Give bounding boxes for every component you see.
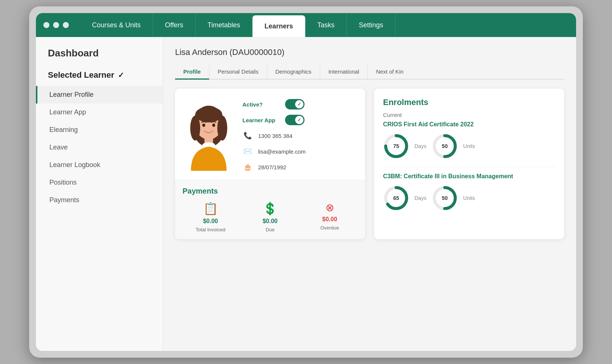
payments-title: Payments [183, 187, 358, 195]
profile-tabs: Profile Personal Details Demographics In… [175, 65, 564, 80]
svg-point-2 [195, 107, 222, 123]
title-bar: Courses & Units Offers Timetables Learne… [36, 13, 576, 37]
birthday-icon: 🎂 [242, 162, 253, 172]
svg-point-3 [190, 115, 200, 141]
enrolments-title: Enrolments [383, 98, 555, 107]
main-content: Dashboard Selected Learner ✓ Learner Pro… [36, 37, 576, 351]
due-item: 💲 $0.00 Due [242, 201, 298, 232]
traffic-light-2[interactable] [53, 22, 59, 28]
overdue-amount: $0.00 [322, 216, 337, 223]
traffic-light-3[interactable] [63, 22, 69, 28]
sidebar-item-learner-profile[interactable]: Learner Profile [36, 86, 163, 104]
course-1-units-percent: 50 [442, 143, 448, 149]
learner-app-toggle[interactable]: ✓ [285, 115, 305, 125]
enrolments-divider [383, 167, 555, 167]
course-2-days-donut: 65 [383, 185, 409, 211]
email-value: lisa@example.com [258, 148, 306, 155]
course-1-days-label: Days [414, 143, 426, 149]
traffic-lights [43, 22, 69, 28]
enrolments-current-label: Current [383, 112, 555, 118]
tab-learners[interactable]: Learners [253, 15, 305, 37]
active-toggle[interactable]: ✓ [285, 99, 305, 109]
payments-grid: 📋 $0.00 Total Invoiced 💲 $0.00 Due [183, 201, 358, 232]
tab-tasks[interactable]: Tasks [305, 13, 347, 37]
svg-point-8 [212, 124, 215, 127]
overdue-item: ⊗ $0.00 Overdue [302, 201, 358, 232]
sidebar-item-positions[interactable]: Positions [36, 174, 163, 191]
tab-courses[interactable]: Courses & Units [80, 13, 153, 37]
phone-value: 1300 365 384 [258, 133, 293, 139]
phone-icon: 📞 [242, 130, 253, 141]
due-label: Due [266, 227, 275, 232]
course-1-units-donut: 50 [432, 133, 458, 159]
overdue-label: Overdue [320, 225, 339, 231]
sidebar: Dashboard Selected Learner ✓ Learner Pro… [36, 37, 163, 351]
info-fields: Active? ✓ Learner App [242, 96, 358, 172]
sidebar-item-learner-app[interactable]: Learner App [36, 104, 163, 121]
enrolments-card: Enrolments Current CRIOS First Aid Certi… [374, 89, 564, 239]
profile-left-card: Active? ✓ Learner App [175, 89, 365, 239]
dob-value: 28/07/1992 [258, 164, 286, 170]
course-2-units-label: Units [463, 195, 475, 201]
tab-next-of-kin[interactable]: Next of Kin [367, 65, 411, 80]
active-toggle-row: Active? ✓ [242, 99, 358, 109]
payments-section: Payments 📋 $0.00 Total Invoiced 💲 $0.00 [175, 180, 365, 239]
tab-demographics[interactable]: Demographics [267, 65, 320, 80]
invoice-icon: 📋 [203, 201, 218, 216]
tab-profile[interactable]: Profile [175, 65, 209, 80]
enrolment-course-1-link[interactable]: CRIOS First Aid Certificate 2022 [383, 121, 555, 128]
course-1-units-label: Units [463, 143, 475, 149]
email-icon: ✉️ [242, 146, 253, 157]
course-2-days-percent: 65 [393, 195, 399, 201]
chevron-down-icon: ✓ [118, 71, 124, 80]
profile-grid: Active? ✓ Learner App [175, 89, 564, 239]
learner-title: Lisa Anderson (DAU0000010) [175, 47, 564, 57]
window-inner: Courses & Units Offers Timetables Learne… [36, 13, 576, 351]
active-check-icon: ✓ [297, 102, 301, 107]
sidebar-dashboard: Dashboard [36, 47, 163, 66]
course-1-days-donut: 75 [383, 133, 409, 159]
tab-personal-details[interactable]: Personal Details [209, 65, 267, 80]
svg-point-4 [217, 115, 227, 141]
selected-learner-header[interactable]: Selected Learner ✓ [36, 66, 163, 84]
learner-app-toggle-row: Learner App ✓ [242, 115, 358, 125]
profile-info-section: Active? ✓ Learner App [175, 89, 365, 180]
course-1-progress-row: 75 Days 50 Units [383, 133, 555, 159]
course-1-days-percent: 75 [393, 143, 399, 149]
tab-timetables[interactable]: Timetables [196, 13, 253, 37]
dob-row: 🎂 28/07/1992 [242, 162, 358, 172]
course-2-units-percent: 50 [442, 195, 448, 201]
email-row: ✉️ lisa@example.com [242, 146, 358, 157]
sidebar-item-learner-logbook[interactable]: Learner Logbook [36, 156, 163, 174]
course-2-days-label: Days [414, 195, 426, 201]
active-toggle-knob: ✓ [295, 100, 303, 108]
window-frame: Courses & Units Offers Timetables Learne… [29, 6, 583, 358]
sidebar-items: Learner Profile Learner App Elearning Le… [36, 86, 163, 209]
total-invoiced-amount: $0.00 [203, 218, 218, 225]
tab-settings[interactable]: Settings [347, 13, 395, 37]
learner-app-label: Learner App [242, 117, 280, 123]
course-2-progress-row: 65 Days 50 Units [383, 185, 555, 211]
active-label: Active? [242, 101, 280, 108]
learner-app-check-icon: ✓ [297, 117, 301, 123]
selected-learner-label: Selected Learner [48, 70, 114, 80]
due-amount: $0.00 [263, 218, 278, 225]
learner-app-toggle-knob: ✓ [295, 116, 303, 124]
enrolment-course-2-link[interactable]: C3BM: Certificate III in Business Manage… [383, 173, 555, 180]
tab-international[interactable]: International [320, 65, 368, 80]
svg-point-7 [202, 124, 205, 127]
avatar [183, 96, 235, 172]
tab-offers[interactable]: Offers [153, 13, 196, 37]
due-icon: 💲 [263, 201, 278, 216]
sidebar-item-leave[interactable]: Leave [36, 139, 163, 156]
course-2-units-donut: 50 [432, 185, 458, 211]
traffic-light-1[interactable] [43, 22, 49, 28]
total-invoiced-label: Total Invoiced [196, 227, 226, 232]
nav-tabs: Courses & Units Offers Timetables Learne… [80, 13, 395, 37]
total-invoiced-item: 📋 $0.00 Total Invoiced [183, 201, 238, 232]
sidebar-item-elearning[interactable]: Elearning [36, 121, 163, 139]
overdue-icon: ⊗ [325, 201, 334, 214]
phone-row: 📞 1300 365 384 [242, 130, 358, 141]
sidebar-item-payments[interactable]: Payments [36, 191, 163, 209]
content-area: Lisa Anderson (DAU0000010) Profile Perso… [163, 37, 576, 351]
